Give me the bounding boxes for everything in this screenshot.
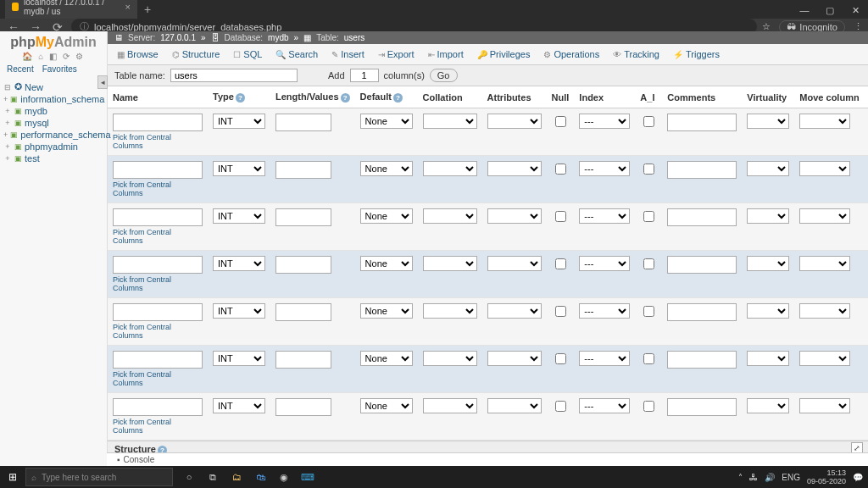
column-ai-checkbox[interactable] bbox=[643, 353, 654, 364]
notifications-icon[interactable]: 💬 bbox=[853, 473, 863, 482]
pick-central-columns-link[interactable]: Pick from Central Columns bbox=[113, 133, 203, 150]
sidebar-item-information-schema[interactable]: +▣information_schema bbox=[2, 93, 105, 105]
column-collation-select[interactable] bbox=[423, 303, 477, 319]
pick-central-columns-link[interactable]: Pick from Central Columns bbox=[113, 228, 203, 245]
taskbar-clock[interactable]: 15:13 09-05-2020 bbox=[807, 469, 846, 485]
column-type-select[interactable]: INT bbox=[213, 398, 265, 413]
tab-close-icon[interactable]: × bbox=[125, 2, 131, 12]
window-close-icon[interactable]: ✕ bbox=[843, 3, 868, 19]
column-collation-select[interactable] bbox=[423, 208, 477, 224]
column-move-select[interactable] bbox=[799, 398, 850, 413]
column-type-select[interactable]: INT bbox=[213, 256, 265, 271]
column-name-input[interactable] bbox=[113, 351, 203, 369]
tab-browse[interactable]: ▦Browse bbox=[111, 46, 164, 63]
column-null-checkbox[interactable] bbox=[555, 306, 566, 317]
column-index-select[interactable]: --- bbox=[579, 161, 630, 176]
column-ai-checkbox[interactable] bbox=[643, 164, 654, 175]
breadcrumb-server[interactable]: 127.0.0.1 bbox=[160, 33, 196, 42]
breadcrumb-db[interactable]: mydb bbox=[268, 33, 288, 42]
sidebar-collapse-icon[interactable]: ◂ bbox=[97, 75, 108, 89]
column-comments-input[interactable] bbox=[667, 398, 737, 416]
column-name-input[interactable] bbox=[113, 114, 203, 131]
sidebar-item-mydb[interactable]: +▣mydb bbox=[2, 105, 105, 117]
column-type-select[interactable]: INT bbox=[213, 208, 265, 224]
column-move-select[interactable] bbox=[799, 351, 850, 366]
column-type-select[interactable]: INT bbox=[213, 303, 265, 319]
column-virtuality-select[interactable] bbox=[747, 208, 789, 224]
tab-search[interactable]: 🔍Search bbox=[270, 46, 324, 63]
column-name-input[interactable] bbox=[113, 208, 203, 226]
column-index-select[interactable]: --- bbox=[579, 208, 630, 224]
column-default-select[interactable]: None bbox=[360, 114, 413, 129]
column-name-input[interactable] bbox=[113, 256, 203, 274]
tab-import[interactable]: ⇤Import bbox=[422, 46, 470, 63]
tray-network-icon[interactable]: 🖧 bbox=[749, 473, 758, 482]
pick-central-columns-link[interactable]: Pick from Central Columns bbox=[113, 323, 203, 340]
column-virtuality-select[interactable] bbox=[747, 351, 789, 366]
tab-triggers[interactable]: ⚡Triggers bbox=[667, 46, 726, 63]
help-icon[interactable]: ? bbox=[236, 93, 245, 103]
column-default-select[interactable]: None bbox=[360, 398, 413, 413]
browser-tab[interactable]: localhost / 127.0.0.1 / mydb / us × bbox=[5, 0, 137, 19]
column-attributes-select[interactable] bbox=[487, 303, 542, 319]
column-virtuality-select[interactable] bbox=[747, 303, 789, 319]
sidebar-favorites[interactable]: Favorites bbox=[42, 64, 77, 74]
tab-privileges[interactable]: 🔑Privileges bbox=[471, 46, 537, 63]
add-columns-count-input[interactable] bbox=[350, 69, 379, 82]
column-name-input[interactable] bbox=[113, 398, 203, 416]
column-ai-checkbox[interactable] bbox=[643, 258, 654, 269]
taskbar-search[interactable]: ⌕ Type here to search bbox=[25, 468, 173, 486]
column-null-checkbox[interactable] bbox=[555, 258, 566, 269]
phpmyadmin-logo[interactable]: phpMyAdmin bbox=[0, 31, 107, 52]
tab-insert[interactable]: ✎Insert bbox=[326, 46, 370, 63]
column-move-select[interactable] bbox=[799, 256, 850, 271]
column-attributes-select[interactable] bbox=[487, 114, 542, 129]
column-name-input[interactable] bbox=[113, 161, 203, 179]
column-ai-checkbox[interactable] bbox=[643, 211, 654, 222]
column-comments-input[interactable] bbox=[667, 208, 737, 226]
chrome-icon[interactable]: ◉ bbox=[276, 469, 292, 485]
sidebar-item-test[interactable]: +▣test bbox=[2, 152, 105, 164]
column-default-select[interactable]: None bbox=[360, 256, 413, 271]
column-length-input[interactable] bbox=[275, 161, 331, 179]
taskview-icon[interactable]: ⧉ bbox=[205, 469, 220, 485]
column-virtuality-select[interactable] bbox=[747, 114, 789, 129]
column-length-input[interactable] bbox=[275, 114, 331, 131]
tab-structure[interactable]: ⌬Structure bbox=[166, 46, 226, 63]
column-index-select[interactable]: --- bbox=[579, 398, 630, 413]
column-move-select[interactable] bbox=[799, 303, 850, 319]
vscode-icon[interactable]: ⌨ bbox=[300, 469, 315, 485]
column-collation-select[interactable] bbox=[423, 161, 477, 176]
window-minimize-icon[interactable]: — bbox=[792, 3, 817, 19]
breadcrumb-table[interactable]: users bbox=[344, 33, 364, 42]
sidebar-recent[interactable]: Recent bbox=[7, 64, 34, 74]
column-move-select[interactable] bbox=[799, 114, 850, 129]
column-collation-select[interactable] bbox=[423, 351, 477, 366]
column-type-select[interactable]: INT bbox=[213, 351, 265, 366]
column-collation-select[interactable] bbox=[423, 114, 477, 129]
column-length-input[interactable] bbox=[275, 398, 331, 416]
column-comments-input[interactable] bbox=[667, 351, 737, 369]
sidebar-item-performance-schema[interactable]: +▣performance_schema bbox=[2, 129, 105, 141]
column-default-select[interactable]: None bbox=[360, 351, 413, 366]
column-collation-select[interactable] bbox=[423, 398, 477, 413]
column-null-checkbox[interactable] bbox=[555, 116, 566, 127]
sidebar-item-mysql[interactable]: +▣mysql bbox=[2, 117, 105, 129]
column-attributes-select[interactable] bbox=[487, 256, 542, 271]
column-index-select[interactable]: --- bbox=[579, 303, 630, 319]
pick-central-columns-link[interactable]: Pick from Central Columns bbox=[113, 180, 203, 197]
window-maximize-icon[interactable]: ▢ bbox=[817, 3, 843, 19]
tray-lang[interactable]: ENG bbox=[782, 473, 800, 482]
column-length-input[interactable] bbox=[275, 303, 331, 321]
column-null-checkbox[interactable] bbox=[555, 164, 566, 175]
column-ai-checkbox[interactable] bbox=[643, 401, 654, 412]
sidebar-new[interactable]: ⊟ ✪ New bbox=[2, 80, 105, 93]
column-default-select[interactable]: None bbox=[360, 161, 413, 176]
column-move-select[interactable] bbox=[799, 161, 850, 176]
sidebar-item-phpmyadmin[interactable]: +▣phpmyadmin bbox=[2, 141, 105, 152]
pick-central-columns-link[interactable]: Pick from Central Columns bbox=[113, 418, 203, 435]
pick-central-columns-link[interactable]: Pick from Central Columns bbox=[113, 275, 203, 292]
column-comments-input[interactable] bbox=[667, 114, 737, 131]
column-index-select[interactable]: --- bbox=[579, 114, 630, 129]
column-null-checkbox[interactable] bbox=[555, 401, 566, 412]
